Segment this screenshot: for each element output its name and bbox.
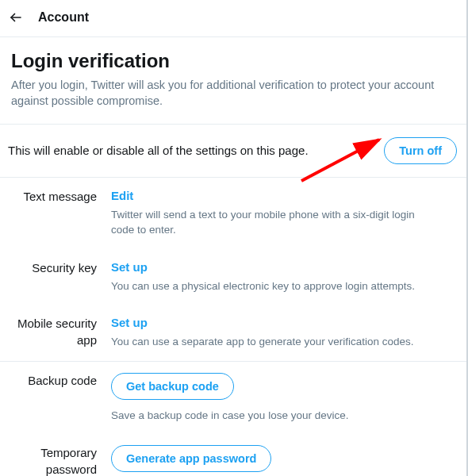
method-row-security-key: Security key Set up You can use a physic… xyxy=(0,249,468,305)
back-arrow-icon[interactable] xyxy=(8,10,24,25)
topbar-title: Account xyxy=(38,10,89,25)
generate-app-password-button[interactable]: Generate app password xyxy=(111,445,271,472)
method-row-text-message: Text message Edit Twitter will send a te… xyxy=(0,178,468,249)
turn-off-button[interactable]: Turn off xyxy=(384,137,457,164)
toggle-description: This will enable or disable all of the s… xyxy=(8,144,309,157)
method-body: Set up You can use a physical electronic… xyxy=(111,260,457,294)
methods-list: Text message Edit Twitter will send a te… xyxy=(0,178,468,361)
method-label: Temporary password xyxy=(8,445,111,476)
method-description: You can use a separate app to generate y… xyxy=(111,334,428,350)
setup-link[interactable]: Set up xyxy=(111,260,148,274)
method-label: Backup code xyxy=(8,373,111,424)
method-label: Text message xyxy=(8,189,111,238)
method-body: Edit Twitter will send a text to your mo… xyxy=(111,189,457,238)
edit-link[interactable]: Edit xyxy=(111,189,133,202)
method-description: You can use a physical electronic key to… xyxy=(111,278,428,294)
get-backup-code-button[interactable]: Get backup code xyxy=(111,373,234,400)
setup-link[interactable]: Set up xyxy=(111,316,148,329)
method-row-backup-code: Backup code Get backup code Save a backu… xyxy=(0,362,468,435)
page-description: After you login, Twitter will ask you fo… xyxy=(11,77,457,109)
toggle-row: This will enable or disable all of the s… xyxy=(0,125,468,177)
topbar: Account xyxy=(0,0,468,36)
method-description: Twitter will send a text to your mobile … xyxy=(111,207,428,238)
page-title: Login verification xyxy=(11,50,457,72)
method-row-temporary-password: Temporary password Generate app password… xyxy=(0,434,468,476)
method-label: Security key xyxy=(8,260,111,294)
method-row-mobile-security-app: Mobile security app Set up You can use a… xyxy=(0,305,468,361)
backup-list: Backup code Get backup code Save a backu… xyxy=(0,362,468,476)
method-body: Set up You can use a separate app to gen… xyxy=(111,316,457,350)
method-label: Mobile security app xyxy=(8,316,111,350)
method-body: Get backup code Save a backup code in ca… xyxy=(111,373,457,424)
method-body: Generate app password Generate a one-tim… xyxy=(111,445,457,476)
header-section: Login verification After you login, Twit… xyxy=(0,37,468,124)
method-description: Save a backup code in case you lose your… xyxy=(111,408,428,424)
